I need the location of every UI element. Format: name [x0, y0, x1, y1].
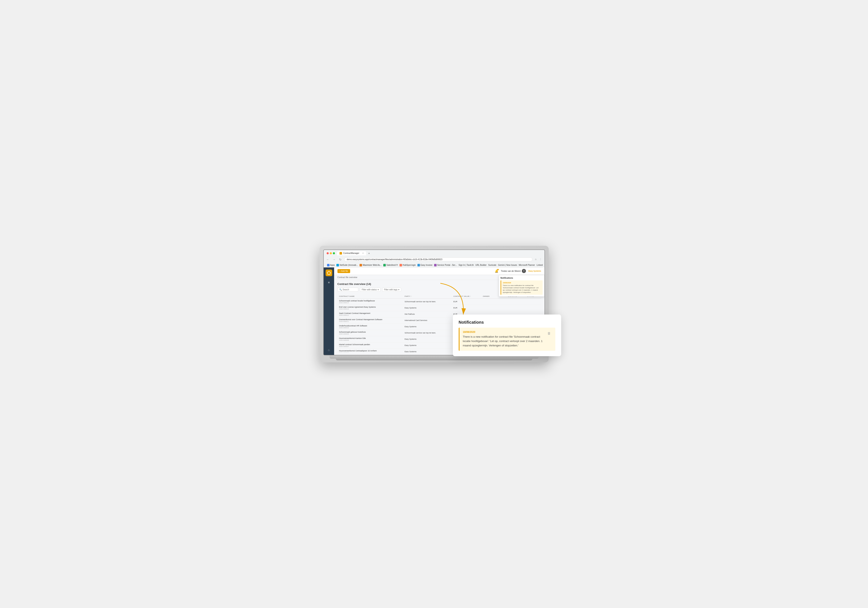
add-file-label: + Add file [339, 270, 348, 272]
cell-party: Easy Systems [403, 305, 452, 311]
search-icon: 🔍 [339, 288, 342, 291]
cell-contract-name: Huurovereenkomst Centraalspoor 15 Arnhem… [338, 349, 403, 352]
bookmark-url[interactable]: URL Builder [475, 264, 487, 266]
refresh-btn[interactable]: ↻ [338, 257, 343, 262]
star-btn[interactable]: ☆ [534, 257, 538, 262]
sign-label: Sign In | Taviit.th [459, 264, 474, 266]
bookmark-hubspot[interactable]: HubSpot-login [400, 264, 416, 267]
bookmark-linkedin[interactable]: LinkedIn Campaign... [536, 264, 542, 266]
minimize-window-btn[interactable] [330, 252, 332, 254]
cell-party: Easy Systems [403, 336, 452, 342]
filter-status-label: Filter with status [362, 288, 377, 291]
col-contract-name: CONTRACT NAME [338, 294, 403, 299]
filter-tags-dropdown[interactable]: Filter with tags ▾ [382, 288, 401, 292]
top-bar: + Add file 🔔 Tineke van de Weerd T [334, 267, 544, 275]
logo-icon [327, 271, 331, 275]
url-label: URL Builder [475, 264, 487, 266]
notification-dot [497, 269, 499, 270]
cell-contract-name: SaaS Contract Contract Management 2020-0… [338, 311, 403, 317]
brand-badge: Easy Systems [529, 270, 541, 272]
chevron-down-icon-2: ▾ [398, 288, 399, 291]
user-info: Tineke van de Weerd T [501, 269, 526, 273]
cell-party: Easy Systems [403, 349, 452, 352]
tab-favicon [339, 252, 342, 254]
large-notification-title: Notifications [459, 320, 555, 325]
cell-contract-name: Schoonmaak gebouw Koetshuis 2020-000009 [338, 330, 403, 336]
bookmark-salesfeed[interactable]: Salesfeed ® [383, 264, 398, 267]
bookmark-apps[interactable]: Apps [327, 264, 335, 267]
cell-party: Schoonmaak service van top tot teen. [403, 298, 452, 305]
cell-party: Schoonmaak service van top tot teen. [403, 330, 452, 336]
close-window-btn[interactable] [327, 252, 329, 254]
browser-chrome: ContractManager × + ← → ↻ demo.easysyste… [324, 250, 544, 267]
tab-label: ContractManager [343, 252, 359, 254]
maximize-window-btn[interactable] [333, 252, 335, 254]
col-party: PARTY ↑ [403, 294, 452, 299]
sunicate-label: Sunicate [488, 264, 496, 266]
delete-notification-btn[interactable]: 🗑 [546, 330, 552, 337]
cell-party: Easy Systems [403, 324, 452, 330]
sidebar-menu-btn[interactable]: ≡ [326, 279, 332, 285]
new-tab-btn[interactable]: + [367, 251, 371, 255]
cell-party: Easy Systems [403, 342, 452, 349]
menu-btn[interactable]: ⋮ [539, 257, 543, 262]
window-controls [326, 251, 336, 255]
browser-controls: ← → ↻ demo.easysystems.app/contractmanag… [326, 256, 543, 263]
add-file-button[interactable]: + Add file [338, 269, 350, 273]
cell-contract-name: Schoonmaak contract locatie hoofdgebouw … [338, 298, 403, 305]
salesfeed-label: Salesfeed ® [386, 264, 398, 266]
bookmark-sunicate[interactable]: Sunicate [488, 264, 496, 266]
laptop-foot [336, 359, 532, 360]
sidebar-logo[interactable] [326, 270, 332, 276]
top-bar-right: 🔔 Tineke van de Weerd T Easy Systems [495, 269, 541, 273]
svg-marker-0 [327, 271, 330, 275]
sidebar-bottom: ⌂ [326, 347, 332, 353]
search-box[interactable]: 🔍 [338, 288, 358, 292]
filter-tags-label: Filter with tags [384, 288, 397, 291]
large-notification-text: There is a new notification for contract… [463, 335, 544, 347]
maximizer-icon [360, 264, 362, 267]
bookmark-netsuite[interactable]: NetSuite (Innovati... [336, 264, 358, 267]
cell-contract-name: Onderhoudscontract HR Software 2020-0000… [338, 324, 403, 330]
search-input[interactable] [343, 288, 357, 291]
bookmark-service[interactable]: Service Portal - Ser... [434, 264, 457, 267]
bookmark-easyinvoice[interactable]: Easy Invoice [417, 264, 432, 267]
hubspot-label: HubSpot-login [403, 264, 416, 266]
forward-btn[interactable]: → [332, 257, 336, 262]
user-avatar[interactable]: T [522, 269, 526, 273]
ms-planner-label: Microsoft Planner [519, 264, 535, 266]
chevron-down-icon: ▾ [378, 288, 379, 291]
back-btn[interactable]: ← [326, 257, 330, 262]
service-label: Service Portal - Ser... [437, 264, 457, 266]
large-notification-content: 18/08/2020 There is a new notification f… [463, 330, 544, 347]
gemini-label: Gemini | New Issues [498, 264, 517, 266]
netsuite-label: NetSuite (Innovati... [339, 264, 358, 266]
laptop-container: ContractManager × + ← → ↻ demo.easysyste… [319, 246, 549, 363]
small-notification-item: 18/08/2020 There is a new notification f… [501, 280, 542, 295]
cell-contract-name: Huurovereenkomst Kantoor Ede 2020-000008 [338, 336, 403, 342]
linkedin-label: LinkedIn Campaign... [536, 264, 542, 266]
table-row[interactable]: Schoonmaak contract locatie hoofdgebouw … [338, 298, 541, 305]
bookmark-maximizer[interactable]: Maximizer Web As... [360, 264, 381, 267]
cell-owner [481, 305, 506, 311]
notification-bell[interactable]: 🔔 [495, 269, 498, 273]
cell-contract-name: End User License Agreement Easy Systems … [338, 305, 403, 311]
bookmark-gemini[interactable]: Gemini | New Issues [498, 264, 517, 266]
bookmark-sign[interactable]: Sign In | Taviit.th [459, 264, 474, 266]
easyinvoice-icon [417, 264, 420, 267]
bookmark-ms-planner[interactable]: Microsoft Planner [519, 264, 535, 266]
cell-party: Het Pakhuis [403, 311, 452, 317]
maximizer-label: Maximizer Web As... [363, 264, 381, 266]
cell-status [525, 298, 541, 305]
col-contract-value: CONTRACT VALUE ↑ [452, 294, 481, 299]
sidebar-home-btn[interactable]: ⌂ [326, 347, 332, 353]
bookmarks-bar: Apps NetSuite (Innovati... Maximizer Web… [326, 263, 543, 267]
hubspot-icon [400, 264, 402, 267]
table-row[interactable]: End User License Agreement Easy Systems … [338, 305, 541, 311]
browser-tabs: ContractManager × + [326, 251, 543, 255]
large-notification-item: 18/08/2020 There is a new notification f… [459, 328, 555, 351]
tab-close-btn[interactable]: × [363, 252, 364, 254]
filter-status-dropdown[interactable]: Filter with status ▾ [360, 288, 381, 292]
active-tab[interactable]: ContractManager × [337, 251, 366, 255]
address-bar[interactable]: demo.easysystems.app/contractmanager/fil… [344, 257, 532, 261]
